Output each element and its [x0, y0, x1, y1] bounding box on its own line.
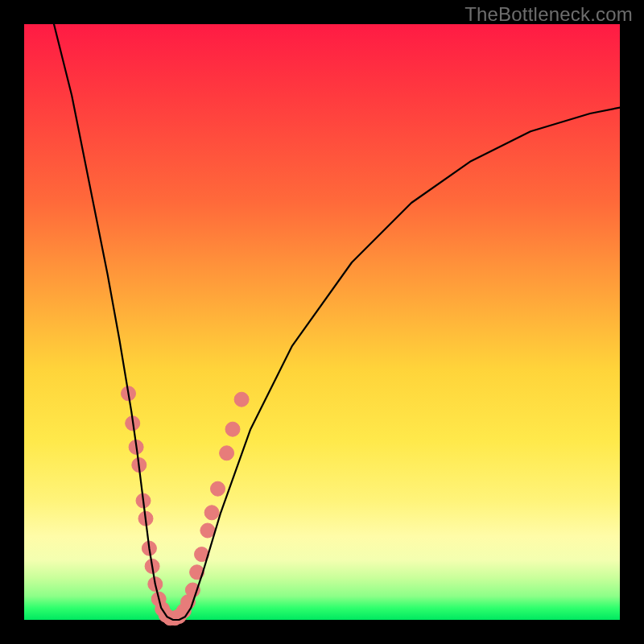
curve-marker	[220, 446, 234, 460]
marker-group	[122, 386, 250, 625]
plot-area	[24, 24, 620, 620]
curve-marker	[234, 392, 249, 407]
bottleneck-curve	[54, 24, 620, 620]
watermark-text: TheBottleneck.com	[464, 3, 633, 26]
chart-frame: TheBottleneck.com	[0, 0, 644, 644]
curve-marker	[200, 523, 215, 538]
curve-marker	[211, 481, 225, 496]
curve-layer	[24, 24, 620, 620]
curve-marker	[225, 422, 240, 436]
curve-marker	[204, 506, 219, 520]
